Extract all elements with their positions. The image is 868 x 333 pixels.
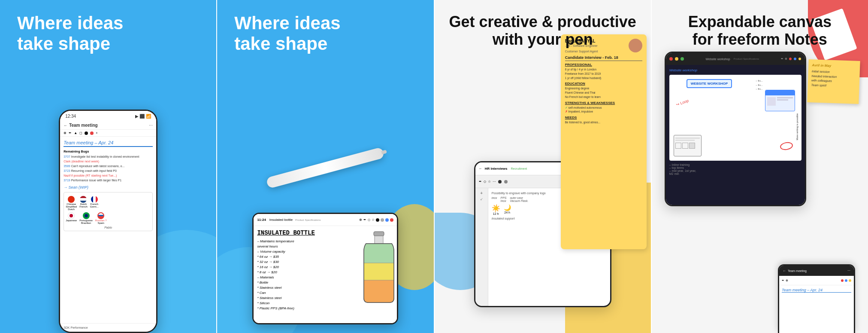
color-black (376, 218, 379, 222)
pps-label: PPS Inox (500, 196, 506, 202)
phone-bottom: SDK Performance (60, 323, 156, 332)
pen-icon: ✒ (782, 279, 784, 282)
color-blue (794, 58, 796, 60)
tablet3-subtitle: Recruitment (511, 167, 527, 170)
bug-text: Investigate list test instability in clo… (71, 155, 139, 158)
tablet4-content: Website workshop WEBSITE WORKSHOP (666, 65, 805, 205)
clark-note: Clark (deadline next week) (64, 160, 99, 163)
bug-num: 3719 (64, 179, 70, 182)
back-icon: ← (64, 123, 67, 128)
phone4-title: Team meeting (788, 269, 807, 272)
professional-item-1: 6 yr of tip / 4 yr in London (565, 67, 642, 72)
pen-icon: ✒ (363, 218, 366, 222)
phone-mockup-1: 12:34 ▶ ⬛ 📶 ← Team meeting ⋯ ⊕ ✒ ▲ ◻ + T… (59, 110, 157, 333)
status-time: 12:34 (65, 114, 76, 119)
tablet-screen-2: 11:24 Insulated bottle Product Specifica… (254, 214, 397, 323)
wireframe-line (777, 99, 788, 101)
tablet-mockup-4: Website workshop Product Specifications … (665, 52, 806, 206)
stylus-pen (266, 147, 385, 189)
bug-num: 3723 (64, 169, 70, 172)
interview-title: Candidate Interview - Feb. 18 (565, 55, 642, 61)
flag-chinese: Chinese Simplified Dutch (66, 196, 77, 211)
add-icon: + (480, 191, 483, 196)
meeting-title: Team meeting – Apr. 24 (64, 140, 153, 147)
canvas-notes: – fin... – fin... – fin... (756, 79, 762, 92)
phone-toolbar: ← Team meeting ⋯ (60, 121, 156, 130)
flags-row: Chinese Simplified Dutch Dutch French Fr… (66, 196, 151, 211)
canvas-bottom-note: – Inline training – top items – mid year… (669, 163, 801, 175)
color-black (85, 131, 88, 135)
education-item-2: Fluent Chinese and Thai (565, 91, 642, 95)
add-icon: + (96, 131, 98, 135)
wireframe-content (765, 95, 795, 107)
bottle-content-title: INSULATED BOTTLE (257, 229, 355, 236)
flag-brazil: Portuguese Brazilian (79, 212, 93, 224)
education-item-1: Engineering degree (565, 86, 642, 91)
highlight-icon: ▲ (74, 131, 77, 135)
wireframe-line (777, 97, 793, 98)
professional-item-3: 1 yr off (child follow husband) (565, 76, 642, 80)
panel3-heading: Get creative & productive with your pen (443, 13, 642, 49)
dot-red (669, 57, 673, 61)
needs-item-1: Be listened to, good atmos... (565, 120, 642, 125)
panel-1: Where ideas take shape 12:34 ▶ ⬛ 📶 ← Tea… (0, 0, 216, 333)
wireframe-header (765, 90, 795, 95)
ws-canvas: WEBSITE WORKSHOP (669, 75, 801, 161)
tablet-title: Insulated bottle (269, 218, 293, 222)
bug-text: Can't reproduce with latest scenario, o.… (71, 165, 125, 168)
shape-icon: ◇ (484, 180, 486, 183)
tablet4-title: Website workshop (706, 58, 730, 61)
dot-green (680, 57, 684, 61)
color-black (498, 180, 502, 183)
bug-item: 3723 Recurring crash with input field P0 (64, 169, 153, 173)
annotation-arrow: ↪ Loop (675, 98, 689, 107)
time-12h-label: 12 h (492, 212, 500, 215)
toolbar-icons-4: ✒ ⊕ (781, 57, 801, 61)
ws-title-label: Website workshop (669, 68, 801, 72)
lasso-icon: ⊕ (786, 279, 788, 282)
bug-item: Nazif if possible (RT starting next Tue.… (64, 174, 153, 177)
tablet3-bottom: Water-tight Healthy materials (475, 306, 610, 307)
back-icon: ← (783, 269, 786, 273)
time-24h-label: 24 h (504, 211, 511, 214)
education-item-3: No French but eager to learn (565, 95, 642, 99)
pen-icon: ✒ (479, 180, 482, 183)
more-icon: ⋯ (493, 180, 496, 183)
tablet-toolbar-2: 11:24 Insulated bottle Product Specifica… (254, 214, 397, 226)
color-gray (504, 180, 508, 183)
checkbox-icon (682, 143, 688, 149)
tablet4-toolbar: Website workshop Product Specifications … (666, 53, 805, 65)
svg-rect-1 (375, 236, 383, 244)
bottle-illustration-area (358, 226, 397, 323)
color-blue (385, 218, 389, 222)
star-icon: ☆ (488, 180, 491, 183)
more-icon: ⋯ (149, 123, 153, 128)
pen-icon: ✒ (69, 131, 72, 135)
status-icons: ▶ ⬛ 📶 (135, 114, 151, 119)
sticky-title: Avril in May (812, 63, 856, 70)
ws-canvas-title: WEBSITE WORKSHOP (687, 79, 732, 88)
bug-num: 3589 (64, 165, 70, 168)
bug-num: 3707 (64, 155, 70, 158)
toolbar-icons: ⊕ ✒ ◇ ☆ (359, 218, 393, 222)
interview-card: Barka SANYAL - 28 - Software Engineer Cu… (561, 34, 647, 249)
lasso-icon: ⊕ (785, 57, 787, 61)
sticky-note: Avril in May Initial session Needed inte… (807, 59, 860, 104)
nazif-note: Nazif if possible (RT starting next Tue.… (64, 174, 117, 177)
checkbox-icon (689, 143, 695, 149)
color-red (841, 279, 844, 282)
phone-mockup-4: ← Team meeting ⋯ ✒ ⊕ Team meeting – Apr.… (778, 264, 855, 333)
phone-status-bar: 12:34 ▶ ⬛ 📶 (60, 111, 156, 121)
panel-3: Get creative & productive with your pen … (434, 0, 651, 333)
wireframe-lines (777, 97, 793, 106)
tablet3-title: HR Interviews (485, 167, 508, 171)
wireframe-img (767, 97, 776, 106)
back-icon: ← (479, 167, 482, 171)
bug-item: 3589 Can't reproduce with latest scenari… (64, 164, 153, 168)
strengths-item-2: ✗ Impatient, impulsive (565, 110, 642, 114)
outer-label: outer case Vacuum Flask. (510, 196, 528, 202)
panel1-heading: Where ideas take shape (17, 13, 199, 55)
phone4-draw-toolbar: ✒ ⊕ (779, 276, 854, 285)
svg-rect-4 (362, 280, 396, 302)
tablet-time: 11:24 (257, 218, 266, 222)
